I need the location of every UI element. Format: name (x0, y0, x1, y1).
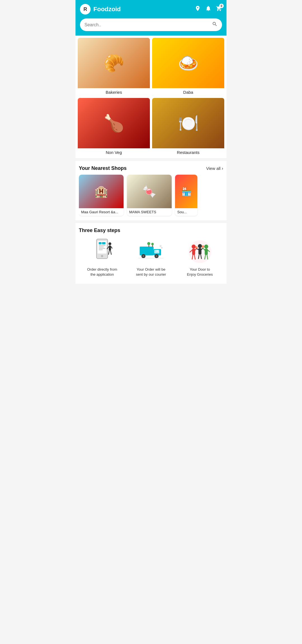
step-2-icon (138, 239, 164, 264)
svg-line-14 (110, 250, 111, 254)
category-daba[interactable]: 🍛 Daba (152, 38, 224, 96)
location-icon[interactable] (195, 5, 201, 13)
category-nonveg-label: Non Veg (78, 148, 150, 156)
step-1-label: Order directly fromthe application (87, 267, 117, 277)
shop-name-2: MAMA SWEETS (127, 208, 172, 216)
svg-rect-5 (99, 247, 104, 247)
svg-point-31 (192, 245, 195, 249)
search-container (76, 18, 226, 36)
shop-card-2[interactable]: 🍬 MAMA SWEETS (127, 175, 172, 216)
svg-point-9 (108, 242, 111, 245)
search-input[interactable] (84, 22, 210, 27)
svg-point-19 (142, 255, 144, 257)
svg-point-8 (101, 255, 103, 257)
svg-rect-6 (99, 248, 105, 249)
category-restaurants[interactable]: 🍽️ Restaurants (152, 98, 224, 156)
step-2-label: Your Order will besent by our courier (136, 267, 166, 277)
categories-grid: 🥐 Bakeries 🍛 Daba 🍗 Non Veg 🍽️ Restauran… (76, 36, 226, 158)
nearest-shops-title: Your Nearest Shops (79, 165, 127, 171)
category-daba-label: Daba (152, 88, 224, 96)
svg-rect-2 (99, 242, 102, 244)
svg-rect-3 (102, 242, 105, 244)
svg-rect-38 (198, 248, 201, 254)
view-all-button[interactable]: View all › (206, 166, 223, 171)
step-1-icon (89, 239, 115, 264)
notification-icon[interactable] (205, 5, 211, 13)
nearest-shops-section: Your Nearest Shops View all › 🏨 Maa Gaur… (76, 161, 226, 220)
shop-card-1[interactable]: 🏨 Maa Gauri Resort &a... (79, 175, 124, 216)
svg-rect-4 (99, 245, 105, 246)
three-steps-section: Three Easy steps (76, 223, 226, 284)
svg-rect-15 (140, 247, 154, 256)
category-restaurants-label: Restaurants (152, 148, 224, 156)
category-nonveg[interactable]: 🍗 Non Veg (78, 98, 150, 156)
svg-rect-10 (109, 245, 111, 250)
step-1: Order directly fromthe application (79, 239, 126, 277)
app-header: R Foodzoid 0 (76, 0, 226, 18)
steps-grid: Order directly fromthe application (79, 239, 223, 277)
shop-name-3: Sou... (175, 208, 197, 216)
shops-scroll: 🏨 Maa Gauri Resort &a... 🍬 MAMA SWEETS 🏪… (79, 175, 223, 218)
step-3-icon (187, 239, 213, 264)
view-all-arrow-icon: › (222, 166, 223, 171)
step-2: Your Order will besent by our courier (128, 239, 174, 277)
cart-icon[interactable]: 0 (216, 5, 222, 13)
shop-card-3[interactable]: 🏪 Sou... (175, 175, 197, 216)
category-bakeries-label: Bakeries (78, 88, 150, 96)
svg-point-27 (147, 242, 150, 245)
nearest-shops-header: Your Nearest Shops View all › (79, 165, 223, 171)
view-all-label: View all (206, 166, 220, 171)
search-button[interactable] (212, 21, 218, 28)
step-3: Your Door toEnjoy Groceries (176, 239, 223, 277)
logo-letter: R (84, 6, 87, 12)
svg-point-23 (161, 247, 162, 249)
svg-line-13 (108, 250, 109, 254)
header-icons: 0 (195, 5, 222, 13)
app-title: Foodzoid (93, 6, 121, 13)
svg-point-29 (151, 243, 154, 245)
header-left: R Foodzoid (80, 4, 121, 15)
svg-point-43 (204, 245, 208, 249)
step-3-label: Your Door toEnjoy Groceries (187, 267, 213, 277)
svg-rect-32 (192, 249, 195, 255)
svg-point-50 (202, 245, 204, 248)
search-bar (80, 18, 222, 31)
category-bakeries[interactable]: 🥐 Bakeries (78, 38, 150, 96)
svg-rect-44 (205, 249, 208, 255)
svg-point-24 (160, 245, 162, 247)
svg-point-21 (155, 255, 157, 257)
svg-point-37 (198, 244, 202, 248)
logo-circle: R (80, 4, 91, 15)
svg-point-25 (156, 250, 158, 252)
three-steps-title: Three Easy steps (79, 228, 223, 233)
svg-point-49 (195, 246, 198, 249)
svg-line-12 (111, 247, 112, 248)
svg-rect-7 (99, 249, 103, 250)
shop-name-1: Maa Gauri Resort &a... (79, 208, 124, 216)
cart-count: 0 (219, 4, 224, 8)
